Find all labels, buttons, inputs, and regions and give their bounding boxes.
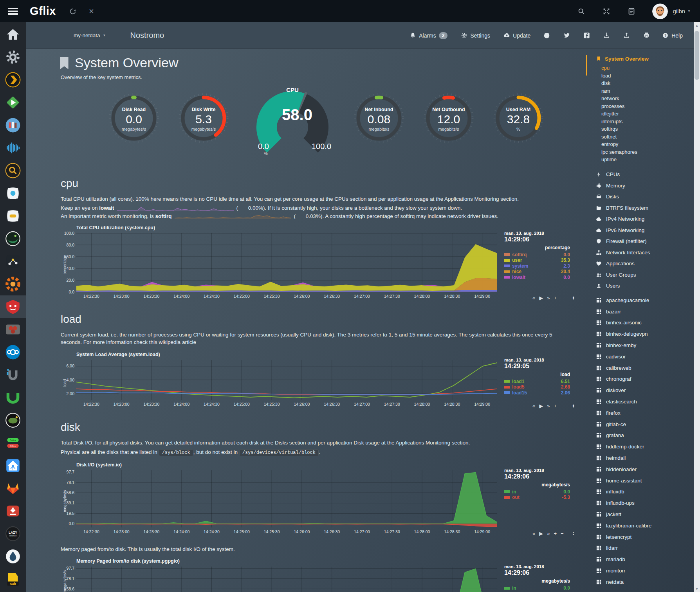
menu-item-mariadb[interactable]: mariadb (585, 554, 694, 565)
menu-item-jackett[interactable]: jackett (585, 509, 694, 520)
menu-subitem-ipc-semaphores[interactable]: ipc semaphores (601, 148, 694, 156)
legend-row-in[interactable]: in0.0 (504, 489, 570, 495)
menu-subitem-idlejitter[interactable]: idlejitter (601, 110, 694, 118)
menu-item-bazarr[interactable]: bazarr (585, 306, 694, 317)
resize-handle-icon[interactable]: ▲▼ (572, 404, 575, 408)
menu-item-ipv6-networking[interactable]: IPv6 Networking (585, 225, 694, 236)
menu-item-firewall-netfilter-[interactable]: Firewall (netfilter) (585, 236, 694, 247)
menu-item-heimdall[interactable]: heimdall (585, 452, 694, 464)
rail-item-airsonic[interactable] (0, 137, 26, 159)
menu-item-users[interactable]: Users (585, 281, 694, 292)
menu-item-elasticsearch[interactable]: elasticsearch (585, 396, 694, 407)
legend-row-user[interactable]: user35.3 (504, 257, 570, 263)
menu-subitem-load[interactable]: load (601, 72, 694, 80)
menu-item-memory[interactable]: Memory (585, 180, 694, 191)
legend-row-iowait[interactable]: iowait0.0 (504, 275, 570, 281)
menu-item-network-interfaces[interactable]: Network Interfaces (585, 247, 694, 258)
menu-subitem-disk[interactable]: disk (601, 79, 694, 87)
cpu-chart-canvas[interactable]: 14:22:3014:23:0014:23:3014:24:0014:24:30… (61, 231, 500, 300)
settings-button[interactable]: Settings (461, 32, 490, 39)
gauge-disk-read[interactable]: Disk Read0.0megabytes/s (105, 89, 163, 153)
rail-item-library[interactable] (0, 409, 26, 432)
user-avatar[interactable] (652, 4, 668, 19)
menu-item-firefox[interactable]: firefox (585, 407, 694, 419)
hamburger-menu-icon[interactable] (8, 8, 18, 15)
download-icon[interactable] (603, 32, 610, 39)
search-icon[interactable] (577, 7, 586, 16)
menu-item-ipv4-networking[interactable]: IPv4 Networking (585, 214, 694, 225)
menu-item-lazylibrarian-calibre[interactable]: lazylibrarian-calibre (585, 520, 694, 531)
menu-item-btrfs-filesystem[interactable]: BTRFS filesystem (585, 202, 694, 214)
menu-item-letsencrypt[interactable]: letsencrypt (585, 531, 694, 543)
rail-item-home-assistant[interactable] (0, 454, 26, 477)
rail-item-monitorr[interactable]: OnlineOffline (0, 432, 26, 454)
print-icon[interactable] (643, 32, 650, 39)
pgpgio-chart-canvas[interactable]: 14:22:3014:23:0014:23:3014:24:0014:24:30… (61, 564, 500, 592)
alarms-button[interactable]: Alarms 2 (410, 32, 447, 39)
menu-subitem-entropy[interactable]: entropy (601, 140, 694, 148)
legend-row-softirq[interactable]: softirq0.0 (504, 252, 570, 258)
legend-row-load15[interactable]: load152.06 (504, 390, 570, 396)
menu-subitem-softirqs[interactable]: softirqs (601, 125, 694, 133)
menu-item-netdata[interactable]: netdata (585, 576, 694, 588)
menu-item-system-overview[interactable]: System Overview (585, 54, 694, 63)
refresh-icon[interactable] (69, 7, 77, 16)
scrollbar-thumb[interactable] (695, 31, 699, 80)
menu-item-binhex-delugevpn[interactable]: binhex-delugevpn (585, 328, 694, 340)
rail-item-settings-gear[interactable] (0, 46, 26, 68)
zoom-out-icon[interactable]: − (561, 531, 564, 536)
rail-item-jackett[interactable] (0, 159, 26, 182)
gauge-used-ram[interactable]: Used RAM32.8% (489, 89, 548, 153)
rail-item-nextcloud[interactable] (0, 341, 26, 363)
menu-item-home-assistant[interactable]: home-assistant (585, 475, 694, 486)
rail-item-lidarr[interactable] (0, 205, 26, 227)
rail-item-node-graph[interactable] (0, 250, 26, 273)
rail-item-home[interactable] (0, 23, 26, 46)
menu-item-hiddenloader[interactable]: hiddenloader (585, 464, 694, 475)
menu-subitem-uptime[interactable]: uptime (601, 156, 694, 164)
menu-subitem-processes[interactable]: processes (601, 103, 694, 110)
legend-row-load5[interactable]: load52.68 (504, 384, 570, 390)
menu-subitem-network[interactable]: network (601, 95, 694, 103)
scrollbar-down-arrow[interactable]: ▼ (694, 586, 700, 592)
gauge-disk-write[interactable]: Disk Write5.3megabytes/s (174, 89, 233, 153)
zoom-in-icon[interactable]: + (554, 295, 557, 300)
facebook-icon[interactable] (583, 32, 590, 39)
menu-item-calibreweb[interactable]: calibreweb (585, 362, 694, 374)
rail-item-plex[interactable] (0, 68, 26, 91)
skip-to-begin-icon[interactable]: « (532, 403, 535, 408)
update-button[interactable]: Update (503, 32, 530, 39)
rail-item-calibre[interactable] (0, 114, 26, 137)
rail-item-radarr[interactable] (0, 182, 26, 205)
skip-to-begin-icon[interactable]: « (532, 531, 535, 536)
menu-item-grafana[interactable]: grafana (585, 430, 694, 441)
legend-row-nice[interactable]: nice20.4 (504, 269, 570, 275)
legend-row-system[interactable]: system2.3 (504, 263, 570, 269)
menu-subitem-softnet[interactable]: softnet (601, 133, 694, 141)
rail-item-grafana[interactable] (0, 273, 26, 295)
rail-item-duplicati[interactable] (0, 545, 26, 568)
play-icon[interactable]: ▶ (539, 531, 543, 536)
host-dropdown[interactable]: my-netdata ▼ (74, 32, 106, 38)
close-tab-icon[interactable]: × (89, 7, 94, 16)
gauge-cpu[interactable]: CPU58.00.0100.0% (246, 86, 339, 156)
rail-item-lazylibrarian[interactable]: LAZYlibrarian (0, 522, 26, 545)
rail-item-deluge[interactable] (0, 227, 26, 250)
play-icon[interactable]: ▶ (539, 403, 543, 408)
skip-to-end-icon[interactable]: » (547, 531, 550, 536)
menu-item-cadvisor[interactable]: cadvisor (585, 351, 694, 362)
menu-subitem-cpu[interactable]: cpu (601, 64, 694, 72)
menu-item-chronograf[interactable]: chronograf (585, 374, 694, 385)
skip-to-begin-icon[interactable]: « (532, 295, 535, 300)
menu-item-gitlab-ce[interactable]: gitlab-ce (585, 419, 694, 430)
menu-item-diskover[interactable]: diskover (585, 385, 694, 396)
rail-item-unifi[interactable] (0, 363, 26, 386)
legend-row-out[interactable]: out-5.3 (504, 495, 570, 500)
menu-item-disks[interactable]: Disks (585, 191, 694, 203)
help-button[interactable]: ? Help (662, 32, 683, 39)
vertical-scrollbar[interactable]: ▲ ▼ (694, 22, 700, 592)
resize-handle-icon[interactable]: ▲▼ (572, 296, 575, 300)
legend-row-load1[interactable]: load16.51 (504, 379, 570, 385)
scrollbar-up-arrow[interactable]: ▲ (694, 22, 700, 29)
github-icon[interactable] (543, 32, 550, 39)
